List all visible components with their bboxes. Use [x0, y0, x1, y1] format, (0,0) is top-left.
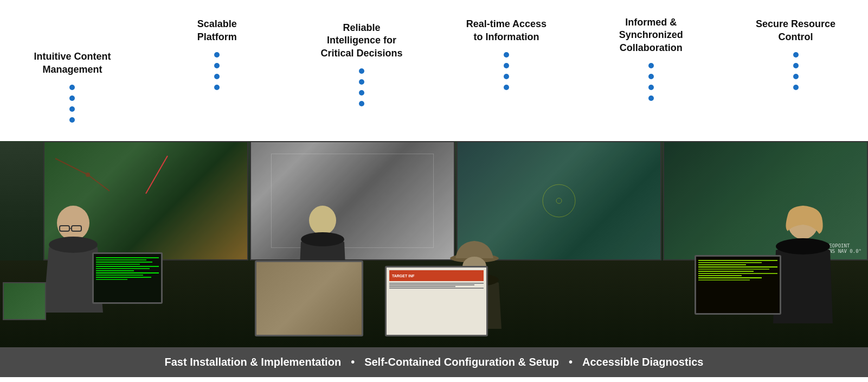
dot [359, 68, 364, 74]
svg-point-5 [556, 198, 562, 203]
feature-col-4: Real-time Access to Information [452, 11, 561, 90]
bottom-bar-item2: Self-Contained Configuration & Setup [364, 356, 559, 368]
desk-monitor-3: TARGET INF [385, 266, 488, 336]
desk-monitor-1 [92, 252, 163, 304]
dot [648, 63, 654, 68]
dot [504, 63, 509, 68]
control-room-image: GEOPOINTINS NAV 0.0° [0, 141, 868, 347]
dots-5 [648, 63, 654, 101]
desk-monitor-2 [255, 260, 363, 336]
dot [504, 74, 509, 79]
dot [214, 63, 220, 68]
feature-col-6: Secure Resource Control [742, 11, 850, 90]
feature-title-3: Reliable Intelligence for Critical Decis… [321, 22, 403, 60]
dot [793, 74, 799, 79]
dot [648, 74, 654, 79]
dot [504, 85, 509, 90]
dots-1 [69, 85, 75, 123]
dot [793, 63, 799, 68]
svg-point-11 [309, 206, 336, 235]
dot [793, 85, 799, 90]
svg-point-6 [57, 206, 89, 240]
bottom-bar-bullet1: • [351, 356, 355, 368]
svg-line-1 [88, 175, 110, 191]
features-section: Intuitive Content Management Scalable Pl… [0, 0, 868, 141]
feature-title-1: Intuitive Content Management [34, 43, 111, 76]
dot [69, 96, 75, 101]
dot [504, 52, 509, 58]
svg-point-2 [86, 173, 90, 177]
dots-4 [504, 52, 509, 90]
feature-col-3: Reliable Intelligence for Critical Decis… [307, 22, 416, 106]
dot [69, 106, 75, 112]
feature-title-2: Scalable Platform [197, 11, 237, 43]
svg-point-12 [301, 232, 344, 246]
feature-col-5: Informed & Synchronized Collaboration [597, 16, 705, 101]
svg-point-4 [543, 184, 575, 217]
dot [793, 52, 799, 58]
dot [359, 90, 364, 96]
feature-title-5: Informed & Synchronized Collaboration [619, 16, 683, 54]
dot [648, 96, 654, 101]
dot [359, 101, 364, 106]
bottom-bar-bullet2: • [569, 356, 573, 368]
feature-col-2: Scalable Platform [163, 11, 271, 90]
bottom-bar: Fast Installation & Implementation • Sel… [0, 347, 868, 377]
bottom-bar-item3: Accessible Diagnostics [582, 356, 703, 368]
dot [214, 52, 220, 58]
dots-6 [793, 52, 799, 90]
svg-line-0 [55, 158, 88, 175]
svg-point-10 [49, 237, 98, 253]
dot [359, 79, 364, 85]
dot [214, 74, 220, 79]
feature-title-4: Real-time Access to Information [466, 11, 546, 43]
dot [648, 85, 654, 90]
control-room-bg: GEOPOINTINS NAV 0.0° [0, 141, 868, 347]
desk-monitor-4 [695, 255, 781, 315]
dot [214, 85, 220, 90]
feature-title-6: Secure Resource Control [756, 11, 835, 43]
svg-point-17 [776, 238, 830, 254]
dot [69, 85, 75, 90]
bottom-bar-item1: Fast Installation & Implementation [165, 356, 342, 368]
dot [69, 117, 75, 123]
desk-monitor-small [3, 282, 46, 320]
dots-2 [214, 52, 220, 90]
dots-3 [359, 68, 364, 106]
feature-col-1: Intuitive Content Management [18, 43, 126, 123]
